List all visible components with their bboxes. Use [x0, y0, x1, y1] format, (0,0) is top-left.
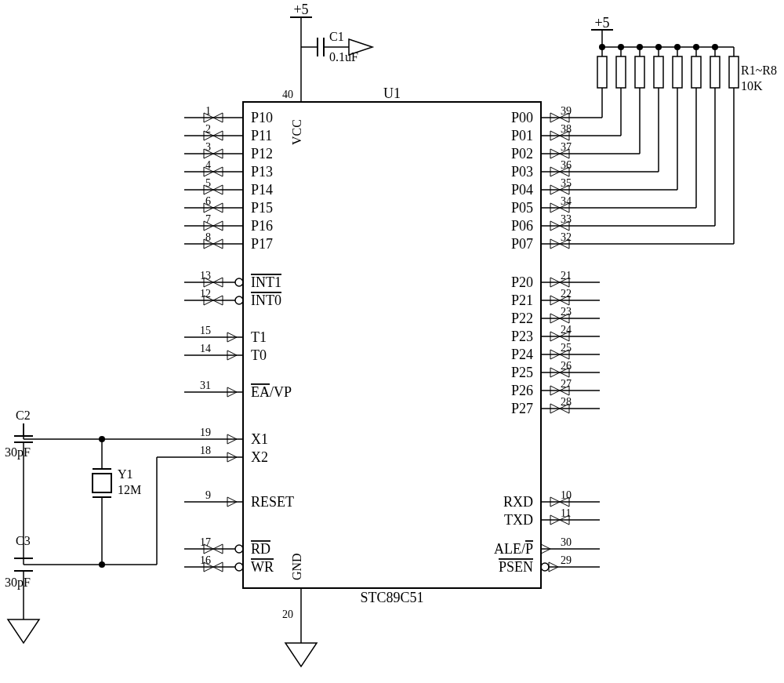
ea-pin: 31 EA/VP: [184, 380, 292, 400]
left-pins-p1: 1 P10 2 P11 3 P12 4 P13 5 P14: [184, 105, 273, 252]
right-pins-p0: 39P00 38P01 37P02 36P03 35P04 34P05 33P0…: [511, 105, 600, 252]
svg-rect-190: [729, 56, 739, 88]
svg-text:P11: P11: [251, 128, 272, 144]
pin-40-num: 40: [282, 89, 293, 100]
svg-text:32: 32: [561, 231, 572, 243]
serial-pins: 10RXD 11TXD 30ALE/P 29PSEN: [494, 489, 600, 575]
svg-text:P06: P06: [511, 218, 533, 234]
svg-text:P21: P21: [511, 292, 533, 308]
svg-text:P24: P24: [511, 347, 533, 362]
svg-rect-176: [673, 56, 682, 88]
svg-text:+5: +5: [594, 15, 609, 31]
svg-text:RXD: RXD: [503, 494, 533, 510]
svg-text:23: 23: [561, 306, 572, 318]
svg-text:X2: X2: [251, 449, 268, 465]
svg-text:C3: C3: [16, 534, 31, 547]
svg-text:P13: P13: [251, 164, 273, 180]
svg-point-32: [235, 278, 243, 286]
svg-text:21: 21: [561, 270, 572, 282]
svg-text:P16: P16: [251, 218, 273, 234]
gnd-label: GND: [290, 553, 303, 580]
svg-text:Y1: Y1: [118, 467, 133, 481]
svg-text:14: 14: [200, 343, 211, 354]
pin-row-p16: 7 P16: [184, 213, 273, 234]
svg-point-155: [599, 44, 605, 50]
svg-text:10K: 10K: [741, 79, 763, 93]
svg-point-170: [655, 44, 662, 50]
svg-text:12M: 12M: [118, 483, 141, 496]
chip-partnumber: STC89C51: [360, 590, 423, 605]
svg-point-160: [618, 44, 624, 50]
svg-point-185: [712, 44, 718, 50]
svg-rect-166: [635, 56, 644, 88]
svg-rect-161: [616, 56, 626, 88]
svg-text:TXD: TXD: [504, 512, 533, 528]
c1-name: C1: [329, 30, 344, 43]
svg-text:P17: P17: [251, 236, 273, 252]
svg-point-175: [674, 44, 681, 50]
svg-text:P25: P25: [511, 365, 533, 380]
pin-row-p10: 1 P10: [184, 105, 273, 125]
svg-text:29: 29: [561, 554, 572, 566]
svg-text:10: 10: [561, 489, 572, 501]
svg-text:P20: P20: [511, 274, 533, 290]
chip-designator: U1: [383, 85, 401, 101]
svg-rect-181: [691, 56, 701, 88]
svg-text:35: 35: [561, 177, 572, 189]
svg-point-62: [235, 563, 243, 571]
svg-text:1: 1: [205, 105, 211, 117]
svg-point-36: [235, 296, 243, 304]
svg-rect-186: [710, 56, 720, 88]
svg-text:12: 12: [200, 288, 211, 300]
power-top-label: +5: [293, 2, 308, 17]
svg-text:P02: P02: [511, 146, 533, 162]
svg-text:6: 6: [205, 195, 211, 207]
circuit-schematic: U1 STC89C51 +5 40 VCC C1 0.1uF 20 GND 1 …: [0, 0, 784, 683]
c1-value: 0.1uF: [329, 50, 358, 64]
pin-row-p15: 6 P15: [184, 195, 273, 216]
svg-text:38: 38: [561, 123, 572, 135]
pin-20-num: 20: [282, 609, 293, 620]
reset-pin: 9 RESET: [184, 489, 294, 510]
svg-text:5: 5: [205, 177, 211, 189]
timer-pins: 15 T1 14 T0: [184, 325, 267, 363]
svg-rect-156: [597, 56, 607, 88]
svg-text:13: 13: [200, 270, 211, 282]
pullup-resistors: +5: [591, 15, 777, 244]
right-pins-p2: 21P20 22P21 23P22 24P23 25P24 26P25 27P2…: [511, 270, 600, 416]
svg-text:9: 9: [205, 489, 211, 501]
svg-text:19: 19: [200, 427, 211, 438]
svg-text:33: 33: [561, 213, 572, 225]
svg-text:25: 25: [561, 342, 572, 354]
svg-text:INT0: INT0: [251, 292, 281, 308]
svg-text:X1: X1: [251, 431, 268, 447]
svg-text:P07: P07: [511, 236, 533, 252]
svg-point-123: [541, 563, 549, 571]
svg-text:7: 7: [205, 213, 211, 225]
pin-row-p13: 4 P13: [184, 159, 273, 180]
svg-text:INT1: INT1: [251, 274, 281, 290]
svg-text:C2: C2: [16, 409, 31, 422]
chip-body: [243, 102, 541, 588]
svg-text:37: 37: [561, 141, 572, 153]
svg-text:P00: P00: [511, 110, 533, 125]
svg-text:P03: P03: [511, 164, 533, 180]
svg-text:P04: P04: [511, 182, 533, 198]
int-pins: 13 INT1 12 INT0: [184, 270, 281, 308]
svg-text:ALE/P: ALE/P: [494, 541, 533, 557]
svg-text:22: 22: [561, 288, 572, 300]
svg-text:T1: T1: [251, 329, 267, 345]
pin-row-p17: 8 P17: [184, 231, 273, 252]
svg-text:31: 31: [200, 380, 211, 391]
svg-text:30pF: 30pF: [5, 445, 31, 460]
svg-text:P01: P01: [511, 128, 533, 144]
pin-row-p12: 3 P12: [184, 141, 273, 162]
svg-text:26: 26: [561, 360, 572, 372]
svg-point-165: [637, 44, 643, 50]
svg-text:P15: P15: [251, 200, 273, 216]
svg-text:R1~R8: R1~R8: [741, 64, 777, 77]
svg-text:27: 27: [561, 378, 572, 390]
svg-text:30: 30: [561, 536, 572, 548]
svg-text:28: 28: [561, 396, 572, 408]
svg-text:P12: P12: [251, 146, 273, 162]
